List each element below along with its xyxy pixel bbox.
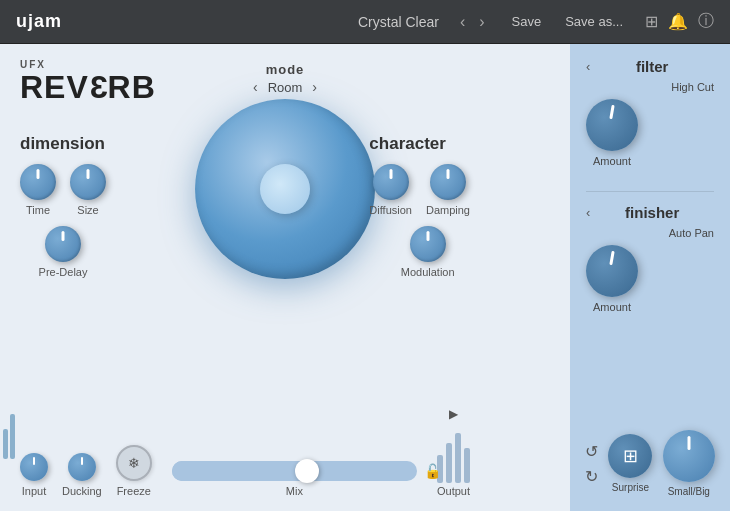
size-knob-col: Size [70, 164, 106, 216]
topbar-nav: ‹ › [455, 11, 490, 33]
topbar: ujam Crystal Clear ‹ › Save Save as... ⊞… [0, 0, 730, 44]
mode-next-button[interactable]: › [312, 79, 317, 95]
info-icon[interactable]: ⓘ [698, 11, 714, 32]
ducking-knob[interactable] [68, 453, 96, 481]
bottom-buttons: ↺ ↻ ⊞ Surprise Small/Big [580, 430, 720, 497]
character-title: character [369, 134, 470, 154]
nav-next-button[interactable]: › [474, 11, 489, 33]
redo-button[interactable]: ↻ [585, 467, 598, 486]
mix-label: Mix [286, 485, 303, 497]
ducking-label: Ducking [62, 485, 102, 497]
small-big-knob[interactable] [663, 430, 715, 482]
bottom-row: Input Ducking ❄ Freeze 🔓 Mix [20, 407, 470, 497]
filter-section: ‹ filter High Cut Amount [586, 58, 714, 167]
mode-value: Room [268, 80, 303, 95]
filter-knob-row: Amount [586, 99, 714, 167]
finisher-amount-label: Amount [593, 301, 631, 313]
modulation-knob[interactable] [410, 226, 446, 262]
output-meter-bar [464, 448, 470, 483]
input-knob-col: Input [20, 453, 48, 497]
freeze-col: ❄ Freeze [116, 445, 152, 497]
input-label: Input [22, 485, 46, 497]
play-button[interactable]: ▶ [449, 407, 458, 421]
dimension-knob-row: Time Size [20, 164, 106, 216]
app-logo: ujam [16, 11, 62, 32]
preset-name: Crystal Clear [358, 14, 439, 30]
finisher-autopan: Auto Pan [586, 227, 714, 239]
size-knob[interactable] [70, 164, 106, 200]
output-meters [437, 423, 470, 483]
modulation-knob-col: Modulation [385, 226, 470, 278]
mode-prev-button[interactable]: ‹ [253, 79, 258, 95]
right-panel: ‹ filter High Cut Amount ‹ finisher Auto… [570, 44, 730, 511]
surprise-button-group: ⊞ Surprise [608, 434, 652, 493]
lock-icon[interactable]: 🔓 [424, 463, 441, 479]
ducking-knob-col: Ducking [62, 453, 102, 497]
bell-icon[interactable]: 🔔 [668, 12, 688, 31]
mix-slider[interactable]: 🔓 [172, 461, 417, 481]
output-meter-bar [455, 433, 461, 483]
output-meter-bar [446, 443, 452, 483]
plugin-logo: UFX REV3RB [20, 60, 156, 105]
filter-amount-col: Amount [586, 99, 638, 167]
modulation-label: Modulation [401, 266, 455, 278]
surprise-icon: ⊞ [623, 445, 638, 467]
diffusion-knob[interactable] [373, 164, 409, 200]
mode-label: mode [253, 62, 317, 77]
finisher-title: finisher [625, 204, 679, 221]
input-knob[interactable] [20, 453, 48, 481]
finisher-amount-col: Amount [586, 245, 638, 313]
filter-amount-knob[interactable] [586, 99, 638, 151]
save-as-button[interactable]: Save as... [559, 12, 629, 31]
predelay-knob[interactable] [45, 226, 81, 262]
finisher-header: ‹ finisher [586, 204, 714, 221]
finisher-nav-left[interactable]: ‹ [586, 205, 590, 220]
filter-highcut: High Cut [586, 81, 714, 93]
logo-reverb: REV3RB [20, 70, 156, 105]
left-panel: UFX REV3RB mode ‹ Room › dimension [0, 44, 570, 511]
output-label: Output [437, 485, 470, 497]
character-section: character Diffusion Damping Modulation [369, 134, 470, 278]
input-meters [3, 409, 15, 459]
mix-container: 🔓 Mix [172, 461, 417, 497]
size-label: Size [77, 204, 98, 216]
filter-title: filter [636, 58, 669, 75]
filter-nav-left[interactable]: ‹ [586, 59, 590, 74]
predelay-knob-col: Pre-Delay [20, 226, 106, 278]
finisher-section: ‹ finisher Auto Pan Amount [586, 204, 714, 313]
damping-knob-col: Damping [426, 164, 470, 216]
divider [586, 191, 714, 192]
time-knob-col: Time [20, 164, 56, 216]
small-big-label: Small/Big [668, 486, 710, 497]
time-label: Time [26, 204, 50, 216]
time-knob[interactable] [20, 164, 56, 200]
diffusion-knob-col: Diffusion [369, 164, 412, 216]
bottom-knob-group: Input Ducking ❄ Freeze [20, 445, 152, 497]
predelay-label: Pre-Delay [39, 266, 88, 278]
damping-label: Damping [426, 204, 470, 216]
small-big-group: Small/Big [663, 430, 715, 497]
mode-value-row: ‹ Room › [253, 79, 317, 95]
damping-knob[interactable] [430, 164, 466, 200]
nav-prev-button[interactable]: ‹ [455, 11, 470, 33]
finisher-amount-knob[interactable] [586, 245, 638, 297]
mix-thumb[interactable] [295, 459, 319, 483]
surprise-button[interactable]: ⊞ [608, 434, 652, 478]
freeze-button[interactable]: ❄ [116, 445, 152, 481]
grid-icon[interactable]: ⊞ [645, 12, 658, 31]
mix-fill [172, 461, 307, 481]
topbar-icons: ⊞ 🔔 ⓘ [645, 11, 714, 32]
mode-section: mode ‹ Room › [253, 62, 317, 95]
finisher-knob-row: Amount [586, 245, 714, 313]
input-meter-bar [3, 429, 8, 459]
reverb-orb[interactable] [195, 99, 375, 279]
dimension-section: dimension Time Size Pre-Delay [20, 134, 106, 278]
freeze-label: Freeze [117, 485, 151, 497]
filter-header: ‹ filter [586, 58, 714, 75]
undo-button[interactable]: ↺ [585, 442, 598, 461]
character-top-knobs: Diffusion Damping [369, 164, 470, 216]
surprise-label: Surprise [612, 482, 649, 493]
output-section: ▶ Output [437, 407, 470, 497]
save-button[interactable]: Save [506, 12, 548, 31]
reverb-orb-container [195, 99, 375, 279]
